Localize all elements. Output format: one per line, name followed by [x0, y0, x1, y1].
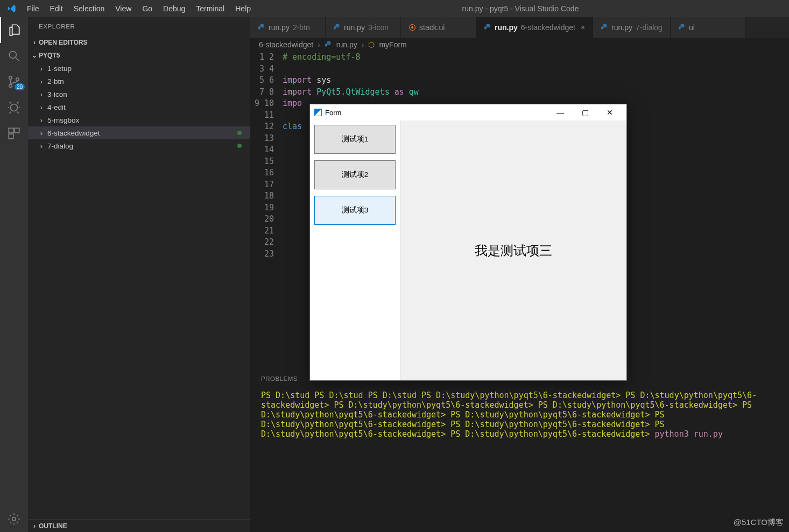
- file-tree: ›1-setup ›2-btn ›3-icon ›4-edit ›5-msgbo…: [28, 62, 250, 519]
- tab[interactable]: ui: [671, 17, 746, 38]
- tree-folder[interactable]: ›6-stackedwidget: [28, 126, 250, 139]
- section-project[interactable]: ⌄PYQT5: [28, 49, 250, 62]
- chevron-right-icon: ›: [362, 40, 364, 49]
- activity-settings[interactable]: [0, 506, 28, 532]
- python-icon: [325, 41, 332, 48]
- tab[interactable]: run.py6-stackedwidget×: [476, 17, 593, 38]
- menu-go[interactable]: Go: [137, 2, 158, 15]
- chevron-right-icon: ›: [318, 40, 320, 49]
- bottom-panel: PROBLEMS PS D:\stud PS D:\stud PS D:\stu…: [250, 371, 789, 532]
- tree-folder[interactable]: ›3-icon: [28, 88, 250, 101]
- tree-folder[interactable]: ›2-btn: [28, 75, 250, 88]
- activity-scm[interactable]: 20: [0, 69, 28, 95]
- chevron-right-icon: ›: [38, 103, 45, 111]
- python-icon: [258, 24, 265, 31]
- chevron-right-icon: ›: [38, 65, 45, 73]
- gutter: 1 2 3 4 5 6 7 8 9 10 11 12 13 14 15 16 1…: [250, 52, 283, 371]
- vscode-icon: [8, 4, 16, 13]
- tab-name: run.py: [611, 23, 632, 32]
- rss-icon: ⦿: [408, 23, 416, 32]
- tree-folder[interactable]: ›4-edit: [28, 101, 250, 114]
- tab[interactable]: run.py2-btn: [250, 17, 326, 38]
- svg-point-2: [9, 84, 12, 87]
- chevron-right-icon: ›: [38, 90, 45, 98]
- breadcrumb[interactable]: 6-stackedwidget› run.py› ⬡myForm: [250, 38, 789, 52]
- python-icon: [678, 24, 686, 31]
- svg-rect-5: [9, 128, 13, 133]
- gear-icon: [7, 512, 21, 526]
- breadcrumb-item[interactable]: run.py: [336, 40, 357, 49]
- title-bar: File Edit Selection View Go Debug Termin…: [0, 0, 789, 17]
- menu-view[interactable]: View: [110, 2, 137, 15]
- menu-terminal[interactable]: Terminal: [191, 2, 230, 15]
- breadcrumb-item[interactable]: 6-stackedwidget: [259, 40, 313, 49]
- qt-form-window[interactable]: Form — ▢ ✕ 测试项1 测试项2 测试项3 我是测试项三: [309, 104, 627, 381]
- qt-button-1[interactable]: 测试项1: [314, 125, 396, 154]
- search-icon: [7, 49, 21, 63]
- files-icon: [8, 23, 22, 37]
- qt-title: Form: [325, 109, 341, 117]
- menu-edit[interactable]: Edit: [45, 2, 68, 15]
- window-title: run.py - pyqt5 - Visual Studio Code: [256, 4, 785, 13]
- menu-help[interactable]: Help: [230, 2, 256, 15]
- tab-name: stack.ui: [419, 23, 445, 32]
- section-outline[interactable]: ›OUTLINE: [28, 519, 250, 532]
- folder-label: 1-setup: [47, 65, 72, 73]
- svg-point-0: [9, 51, 16, 58]
- menu-file[interactable]: File: [22, 2, 45, 15]
- qt-app-icon: [314, 109, 322, 116]
- chevron-right-icon: ›: [30, 522, 39, 530]
- qt-button-2[interactable]: 测试项2: [314, 160, 396, 189]
- tree-folder[interactable]: ›7-dialog: [28, 139, 250, 152]
- activity-bar: 20: [0, 17, 28, 532]
- qt-titlebar[interactable]: Form — ▢ ✕: [310, 104, 626, 120]
- svg-rect-7: [9, 134, 13, 139]
- python-icon: [601, 24, 608, 31]
- breadcrumb-item[interactable]: myForm: [379, 40, 406, 49]
- tab-name: run.py: [344, 23, 365, 32]
- tab-dir: 6-stackedwidget: [521, 23, 575, 32]
- panel-tab-problems[interactable]: PROBLEMS: [261, 373, 298, 385]
- activity-debug[interactable]: [0, 95, 28, 120]
- terminal-output[interactable]: PS D:\stud PS D:\stud PS D:\stud PS D:\s…: [250, 386, 789, 443]
- tab-dir: 2-btn: [293, 23, 310, 32]
- svg-point-4: [11, 104, 18, 111]
- qt-content: 我是测试项三: [400, 120, 626, 380]
- extensions-icon: [7, 126, 21, 140]
- sidebar-title: EXPLORER: [28, 17, 250, 36]
- activity-extensions[interactable]: [0, 120, 28, 146]
- svg-rect-6: [15, 128, 19, 133]
- svg-point-1: [9, 76, 12, 79]
- tab-dir: 7-dialog: [636, 23, 663, 32]
- menu-debug[interactable]: Debug: [158, 2, 191, 15]
- tab[interactable]: run.py3-icon: [326, 17, 401, 38]
- close-icon[interactable]: ✕: [597, 104, 622, 120]
- section-project-label: PYQT5: [39, 52, 60, 59]
- qt-button-3[interactable]: 测试项3: [314, 196, 396, 225]
- activity-search[interactable]: [0, 43, 28, 69]
- section-open-editors[interactable]: ›OPEN EDITORS: [28, 36, 250, 49]
- qt-content-label: 我是测试项三: [475, 242, 552, 259]
- chevron-right-icon: ›: [38, 129, 45, 137]
- sidebar-explorer: EXPLORER ›OPEN EDITORS ⌄PYQT5 ›1-setup ›…: [28, 17, 250, 532]
- tree-folder[interactable]: ›5-msgbox: [28, 114, 250, 126]
- close-icon[interactable]: ×: [581, 23, 585, 32]
- folder-label: 7-dialog: [47, 142, 73, 150]
- bug-icon: [7, 101, 21, 115]
- activity-explorer[interactable]: [0, 17, 28, 43]
- python-icon: [333, 24, 341, 31]
- minimize-icon[interactable]: —: [548, 104, 573, 120]
- svg-point-3: [16, 78, 19, 81]
- section-open-editors-label: OPEN EDITORS: [39, 39, 87, 46]
- chevron-right-icon: ›: [38, 116, 45, 124]
- tab[interactable]: run.py7-dialog: [593, 17, 671, 38]
- tree-folder[interactable]: ›1-setup: [28, 62, 250, 75]
- tab-name: ui: [689, 23, 695, 32]
- chevron-right-icon: ›: [30, 39, 39, 46]
- tab[interactable]: ⦿stack.ui: [401, 17, 476, 38]
- menu-selection[interactable]: Selection: [68, 2, 110, 15]
- folder-label: 6-stackedwidget: [47, 129, 100, 137]
- section-outline-label: OUTLINE: [39, 522, 67, 530]
- folder-label: 3-icon: [47, 90, 67, 98]
- maximize-icon[interactable]: ▢: [573, 104, 597, 120]
